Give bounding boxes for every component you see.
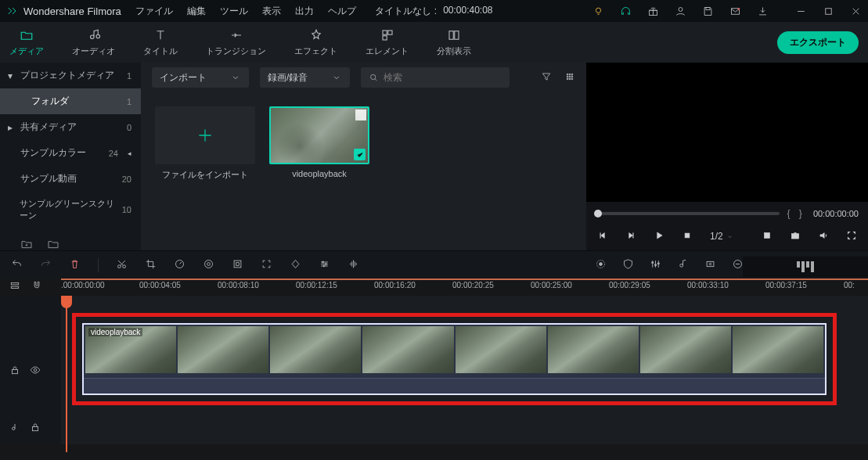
timeline-tracks[interactable]: videoplayback	[61, 296, 868, 444]
preview-scrub-knob[interactable]	[594, 210, 602, 217]
svg-rect-46	[11, 286, 18, 288]
folder-icon[interactable]	[47, 238, 59, 253]
gift-icon[interactable]	[647, 5, 659, 17]
snapshot-icon[interactable]	[790, 230, 801, 243]
user-icon[interactable]	[675, 5, 686, 17]
import-thumb[interactable]	[155, 106, 255, 164]
clip-label: videoplayback	[88, 328, 142, 336]
sidebar-item-shared-media[interactable]: ▸共有メディア0	[0, 114, 141, 140]
markers-braces[interactable]: { }	[787, 208, 805, 219]
sidebar-item-label: サンプル動画	[20, 172, 77, 185]
sidebar-item-sample-color[interactable]: サンプルカラー24◂	[0, 140, 141, 166]
track-manage-icon[interactable]	[9, 280, 20, 293]
svg-point-0	[596, 8, 600, 13]
menu-tool[interactable]: ツール	[220, 5, 248, 18]
media-thumb[interactable]	[269, 106, 369, 164]
tab-effect[interactable]: エフェクト	[294, 28, 337, 57]
cut-icon[interactable]	[116, 258, 128, 272]
render-icon[interactable]	[704, 258, 716, 272]
sidebar-item-label: サンプルグリーンスクリーン	[20, 198, 116, 221]
import-card[interactable]: ファイルをインポート	[155, 106, 255, 181]
tab-title[interactable]: タイトル	[143, 28, 178, 57]
sidebar-item-folder[interactable]: フォルダ1	[0, 88, 141, 114]
record-dropdown[interactable]: 録画/録音	[260, 67, 350, 88]
shield-icon[interactable]	[622, 258, 634, 272]
eye-icon[interactable]	[30, 365, 41, 378]
import-dropdown[interactable]: インポート	[152, 67, 249, 88]
record-icon[interactable]	[595, 258, 607, 272]
sidebar-item-count: 10	[122, 205, 131, 214]
speed-tool-icon[interactable]	[174, 258, 185, 272]
sidebar-item-count: 24	[109, 149, 118, 158]
svg-point-34	[325, 263, 326, 264]
search-input[interactable]	[384, 72, 502, 83]
prev-frame-icon[interactable]	[597, 230, 608, 243]
playhead-line[interactable]	[66, 296, 67, 452]
preview-scrub-track[interactable]	[596, 212, 780, 215]
menu-help[interactable]: ヘルプ	[328, 5, 356, 18]
play-icon[interactable]	[654, 230, 665, 243]
adjust-icon[interactable]	[319, 258, 330, 272]
zoom-out-icon[interactable]	[732, 258, 744, 272]
close-icon[interactable]	[850, 5, 862, 17]
magnet-icon[interactable]	[31, 280, 42, 293]
volume-icon[interactable]	[818, 230, 829, 243]
marker-icon[interactable]	[261, 258, 272, 272]
tab-element[interactable]: エレメント	[366, 28, 409, 57]
tab-transition-label: トランジション	[206, 45, 266, 57]
svg-point-22	[571, 78, 573, 80]
new-folder-icon[interactable]	[20, 238, 33, 253]
tab-media[interactable]: メディア	[9, 28, 44, 57]
sidebar-item-sample-green[interactable]: サンプルグリーンスクリーン10	[0, 192, 141, 228]
maximize-icon[interactable]	[823, 5, 834, 17]
svg-rect-12	[455, 31, 459, 39]
grid-view-icon[interactable]	[564, 71, 575, 84]
lock-icon[interactable]	[30, 422, 41, 435]
music-icon[interactable]	[9, 422, 20, 435]
color-tool-icon[interactable]	[203, 258, 214, 272]
main-menu: ファイル 編集 ツール 表示 出力 ヘルプ	[135, 5, 356, 18]
audio-tool-icon[interactable]	[348, 258, 359, 272]
preview-screen[interactable]	[586, 63, 868, 202]
waveform-toggle[interactable]	[743, 257, 868, 277]
download-icon[interactable]	[757, 5, 769, 17]
audio-mix-icon[interactable]	[677, 258, 689, 272]
headphones-icon[interactable]	[620, 5, 632, 17]
clip-audio-waveform[interactable]	[84, 378, 825, 394]
keyframe-icon[interactable]	[290, 258, 301, 272]
menu-file[interactable]: ファイル	[135, 5, 173, 18]
tab-split[interactable]: 分割表示	[437, 28, 471, 57]
sidebar-item-project-media[interactable]: ▾プロジェクトメディア1	[0, 63, 141, 88]
speed-label: 1/2	[710, 231, 723, 242]
mixer-icon[interactable]	[650, 258, 661, 272]
lock-icon[interactable]	[9, 365, 20, 378]
sidebar-item-label: サンプルカラー	[20, 146, 86, 160]
timeline-ruler[interactable]: .00:00:00:0000:00:04:0500:00:08:1000:00:…	[61, 279, 868, 296]
filter-icon[interactable]	[541, 71, 552, 84]
stop-icon[interactable]	[682, 230, 693, 243]
timeline-clip[interactable]: videoplayback	[82, 323, 827, 395]
save-icon[interactable]	[702, 5, 714, 17]
search-box[interactable]	[361, 67, 510, 88]
menu-edit[interactable]: 編集	[187, 5, 206, 18]
bulb-icon[interactable]	[592, 5, 604, 17]
delete-icon[interactable]	[69, 258, 81, 272]
menu-view[interactable]: 表示	[262, 5, 281, 18]
svg-point-16	[571, 74, 573, 75]
redo-icon[interactable]	[40, 258, 52, 272]
crop-tool-icon[interactable]	[145, 258, 157, 272]
next-frame-icon[interactable]	[625, 230, 636, 243]
media-card[interactable]: videoplayback	[269, 106, 369, 181]
ruler-tick: 00:00:37:15	[765, 281, 807, 289]
tab-audio[interactable]: オーディオ	[72, 28, 115, 57]
fullscreen-icon[interactable]	[846, 230, 857, 243]
crop-icon[interactable]	[762, 230, 773, 243]
menu-output[interactable]: 出力	[295, 5, 314, 18]
speed-dropdown[interactable]: 1/2	[710, 231, 733, 242]
export-button[interactable]: エクスポート	[777, 31, 859, 54]
tab-transition[interactable]: トランジション	[206, 28, 266, 57]
minimize-icon[interactable]	[795, 5, 807, 17]
crop-zoom-icon[interactable]	[232, 258, 243, 272]
mail-icon[interactable]	[729, 5, 741, 17]
sidebar-item-sample-video[interactable]: サンプル動画20	[0, 166, 141, 192]
